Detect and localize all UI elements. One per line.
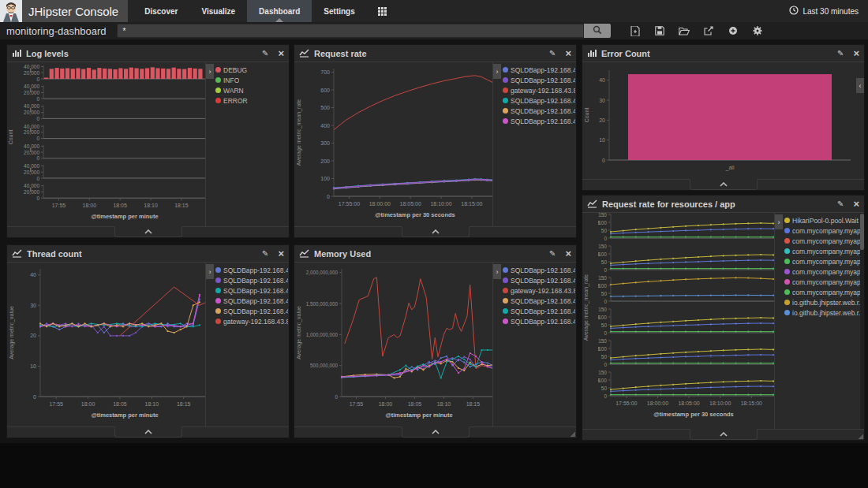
legend-scrollbar[interactable]	[860, 213, 864, 429]
save-dashboard-icon[interactable]	[654, 25, 665, 36]
legend-item[interactable]: SQLDBapp-192.168.4...	[215, 296, 288, 306]
legend-item[interactable]: io.github.jhipster.web.r...	[784, 297, 863, 307]
panel-resize-handle[interactable]	[858, 434, 863, 439]
edit-panel-icon[interactable]: ✎	[262, 50, 268, 58]
legend-item[interactable]: com.mycompany.myap...	[784, 277, 863, 287]
legend-item[interactable]: INFO	[215, 75, 288, 85]
query-input[interactable]	[117, 24, 584, 38]
time-picker[interactable]: Last 30 minutes	[789, 0, 868, 22]
edit-panel-icon[interactable]: ✎	[549, 50, 556, 58]
add-visualization-icon[interactable]	[728, 25, 739, 36]
edit-panel-icon[interactable]: ✎	[837, 200, 844, 208]
legend-expand-icon[interactable]: ‹	[856, 78, 864, 93]
legend-item[interactable]: com.mycompany.myap...	[784, 246, 863, 256]
search-button[interactable]	[584, 24, 611, 38]
new-dashboard-icon[interactable]	[630, 25, 641, 36]
svg-text:20,000: 20,000	[24, 90, 39, 95]
nav-item-visualize[interactable]: Visualize	[189, 0, 247, 22]
brand[interactable]: JHipster Console	[0, 0, 128, 22]
remove-panel-icon[interactable]: ×	[565, 248, 571, 259]
panel-memory-used: Memory Used ✎ × Average metric_value0500…	[294, 244, 577, 438]
svg-text:100: 100	[598, 251, 607, 257]
svg-text:0: 0	[604, 393, 607, 399]
legend-item[interactable]: SQLDBapp-192.168.4...	[215, 285, 288, 296]
legend-item[interactable]: ERROR	[215, 95, 288, 106]
remove-panel-icon[interactable]: ×	[853, 199, 859, 209]
legend-item[interactable]: SQLDBapp-192.168.4...	[503, 95, 575, 106]
legend-item[interactable]: SQLDBapp-192.168.4...	[503, 296, 575, 306]
legend-item[interactable]: SQLDBapp-192.168.4...	[503, 306, 575, 316]
nav-item-discover[interactable]: Discover	[133, 0, 189, 22]
legend-item[interactable]: io.github.jhipster.web.r...	[784, 307, 863, 318]
panel-collapse-bar	[294, 427, 576, 438]
legend-color-dot	[784, 218, 790, 223]
remove-panel-icon[interactable]: ×	[565, 48, 571, 58]
panel-resize-handle[interactable]	[570, 431, 575, 437]
legend-item[interactable]: com.mycompany.myap...	[784, 236, 863, 246]
legend-item[interactable]: SQLDBapp-192.168.4...	[215, 306, 288, 316]
legend-item[interactable]: com.mycompany.myap...	[784, 256, 863, 266]
svg-text:100: 100	[598, 315, 607, 320]
svg-text:@timestamp per minute: @timestamp per minute	[91, 412, 158, 419]
legend-item[interactable]: com.mycompany.myap...	[784, 287, 863, 297]
legend-item[interactable]: SQLDBapp-192.168.4...	[503, 106, 575, 116]
legend-item[interactable]: SQLDBapp-192.168.4...	[215, 265, 288, 275]
panel-title: Request rate	[314, 49, 544, 58]
legend-item[interactable]: DEBUG	[215, 65, 288, 75]
remove-panel-icon[interactable]: ×	[278, 48, 284, 58]
legend-item[interactable]: SQLDBapp-192.168.4...	[503, 316, 575, 326]
resources-rate-legend: › HikariPool-0.pool.Waitcom.mycompany.my…	[774, 213, 864, 429]
legend-item[interactable]: SQLDBapp-192.168.4...	[503, 265, 575, 275]
edit-panel-icon[interactable]: ✎	[262, 250, 268, 258]
apps-grid-icon[interactable]	[367, 0, 398, 22]
panel-error-count-header[interactable]: Error Count ✎ ×	[582, 45, 864, 62]
legend-item[interactable]: SQLDBapp-192.168.4...	[503, 275, 575, 285]
share-dashboard-icon[interactable]	[703, 25, 714, 36]
legend-label: SQLDBapp-192.168.4...	[511, 318, 575, 326]
collapse-chevron-icon[interactable]	[114, 427, 182, 438]
legend-collapse-icon[interactable]: ›	[206, 264, 214, 279]
panel-log-levels-header[interactable]: Log levels ✎ ×	[7, 45, 289, 62]
legend-collapse-icon[interactable]: ›	[206, 64, 214, 79]
edit-panel-icon[interactable]: ✎	[549, 250, 556, 258]
panel-memory-used-header[interactable]: Memory Used ✎ ×	[294, 245, 576, 263]
collapse-chevron-icon[interactable]	[402, 226, 470, 237]
legend-label: HikariPool-0.pool.Wait	[792, 217, 859, 225]
legend-item[interactable]: com.mycompany.myap...	[784, 266, 863, 277]
nav-item-dashboard[interactable]: Dashboard	[247, 0, 312, 22]
dashboard-toolbar: monitoring-dashboard	[0, 22, 868, 40]
legend-collapse-icon[interactable]: ›	[493, 264, 501, 279]
legend-item[interactable]: HikariPool-0.pool.Wait	[784, 215, 863, 225]
legend-color-dot	[215, 278, 221, 283]
options-gear-icon[interactable]	[752, 25, 763, 36]
collapse-chevron-icon[interactable]	[690, 429, 758, 440]
collapse-chevron-icon[interactable]	[114, 226, 182, 237]
panel-resources-rate-header[interactable]: Request rate for resources / app ✎ ×	[582, 196, 864, 213]
panel-thread-count-header[interactable]: Thread count ✎ ×	[7, 245, 289, 263]
panel-request-rate-header[interactable]: Request rate ✎ ×	[294, 45, 576, 62]
legend-collapse-icon[interactable]: ›	[775, 214, 783, 229]
load-dashboard-icon[interactable]	[679, 25, 690, 36]
legend-item[interactable]: SQLDBapp-192.168.4...	[503, 65, 575, 75]
legend-color-dot	[503, 77, 508, 83]
edit-panel-icon[interactable]: ✎	[837, 50, 844, 58]
legend-label: DEBUG	[223, 66, 247, 74]
legend-color-dot	[215, 267, 221, 273]
legend-item[interactable]: com.mycompany.myap...	[784, 225, 863, 236]
legend-item[interactable]: SQLDBapp-192.168.4...	[503, 116, 575, 126]
remove-panel-icon[interactable]: ×	[853, 48, 859, 58]
nav-item-settings[interactable]: Settings	[312, 0, 366, 22]
request-rate-legend: › SQLDBapp-192.168.4...SQLDBapp-192.168.…	[492, 62, 576, 226]
collapse-chevron-icon[interactable]	[402, 427, 470, 438]
legend-color-dot	[503, 308, 508, 314]
legend-collapse-icon[interactable]: ›	[493, 64, 501, 79]
legend-item[interactable]: WARN	[215, 85, 288, 95]
legend-item[interactable]: SQLDBapp-192.168.4...	[503, 75, 575, 85]
legend-item[interactable]: gateway-192.168.43.8:...	[215, 316, 288, 326]
remove-panel-icon[interactable]: ×	[278, 248, 284, 259]
legend-item[interactable]: gateway-192.168.43.8:...	[503, 85, 575, 95]
svg-text:0: 0	[604, 362, 607, 367]
collapse-chevron-icon[interactable]	[690, 179, 758, 190]
legend-item[interactable]: SQLDBapp-192.168.4...	[215, 275, 288, 285]
legend-item[interactable]: gateway-192.168.43.8:...	[503, 285, 575, 296]
